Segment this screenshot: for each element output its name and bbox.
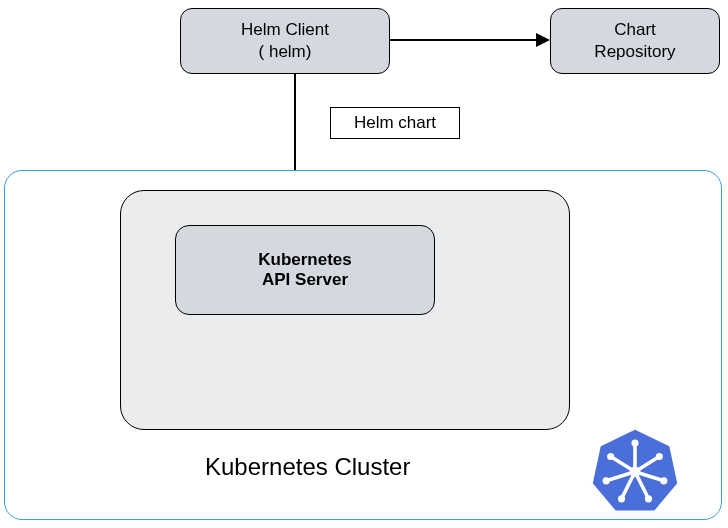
chart-repo-line2: Repository [594,41,675,63]
helm-client-box: Helm Client ( helm) [180,8,390,74]
kubernetes-cluster-label: Kubernetes Cluster [205,453,410,481]
arrow-to-repo-line [390,39,538,41]
kubernetes-logo-icon [590,425,680,515]
kubernetes-api-server-box: Kubernetes API Server [175,225,435,315]
svg-point-11 [660,477,667,484]
svg-point-10 [656,453,663,460]
api-server-line2: API Server [262,270,348,290]
helm-client-line1: Helm Client [241,19,329,41]
helm-chart-label-box: Helm chart [330,107,460,139]
helm-chart-label: Helm chart [354,113,436,133]
chart-repository-box: Chart Repository [550,8,720,74]
svg-point-12 [645,495,652,502]
chart-repo-line1: Chart [614,19,656,41]
svg-point-9 [631,439,638,446]
svg-point-13 [618,495,625,502]
arrow-to-repo-head [536,33,550,47]
svg-point-15 [607,453,614,460]
helm-client-line2: ( helm) [259,41,312,63]
svg-point-14 [603,477,610,484]
api-server-line1: Kubernetes [258,250,352,270]
